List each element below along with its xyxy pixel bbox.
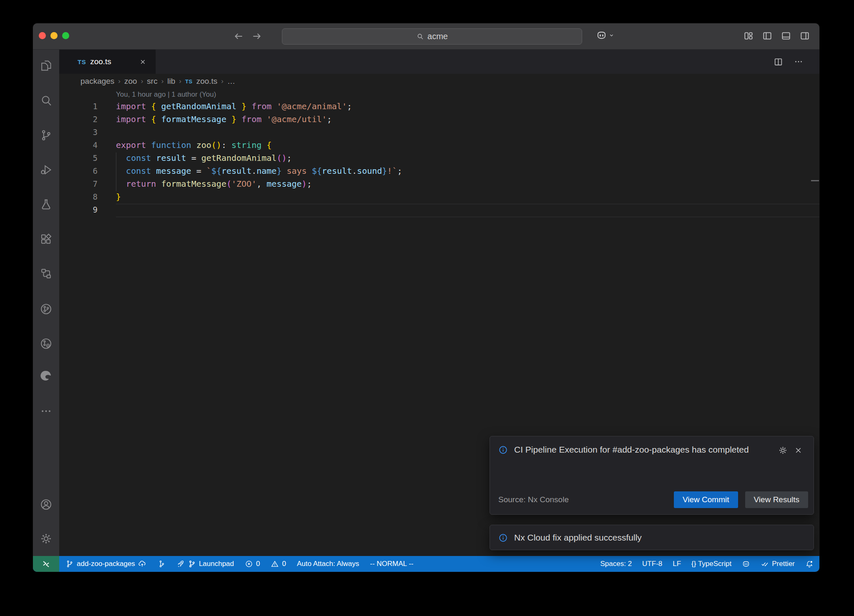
notifications-bell-item[interactable]	[805, 560, 814, 568]
window-minimize-button[interactable]	[50, 32, 58, 39]
copilot-status-item[interactable]	[742, 560, 750, 568]
git-activity-icon[interactable]	[39, 336, 53, 351]
search-value: acme	[427, 32, 448, 41]
line-number: 7	[59, 178, 98, 190]
spaces-item[interactable]: Spaces: 2	[600, 560, 632, 568]
launchpad-item[interactable]: Launchpad	[176, 560, 234, 568]
breadcrumb-item-file[interactable]: zoo.ts	[196, 77, 218, 86]
encoding-item-label: UTF-8	[642, 560, 662, 568]
code-line-6[interactable]: 6 const message = `${result.name} says $…	[59, 165, 819, 178]
breadcrumb-separator: ›	[221, 77, 224, 85]
desktop: acme TS zoo.ts	[0, 0, 854, 616]
view-results-button[interactable]: View Results	[745, 491, 808, 508]
code-line-4[interactable]: 4export function zoo(): string {	[59, 139, 819, 152]
language-item[interactable]: {} TypeScript	[691, 560, 731, 568]
split-editor-icon[interactable]	[773, 57, 784, 67]
source-control-icon[interactable]	[39, 128, 53, 142]
eol-item-label: LF	[673, 560, 681, 568]
tab-label: zoo.ts	[90, 57, 111, 66]
breadcrumb-item-packages[interactable]: packages	[80, 77, 114, 86]
overview-ruler-mark	[811, 180, 819, 181]
search-icon	[416, 33, 424, 40]
eol-item[interactable]: LF	[673, 560, 681, 568]
errors-item[interactable]: 0	[245, 560, 260, 568]
remote-indicator[interactable]	[33, 556, 59, 572]
tab-close-icon[interactable]	[138, 58, 147, 66]
settings-gear-icon[interactable]	[39, 531, 53, 546]
search-icon[interactable]	[39, 93, 53, 108]
copilot-menu-button[interactable]	[596, 30, 615, 41]
vim-mode-item-label: -- NORMAL --	[370, 560, 413, 568]
command-center-search[interactable]: acme	[282, 28, 582, 45]
breadcrumb-separator: ›	[141, 77, 143, 85]
notification-buttons: View Commit View Results	[674, 491, 808, 508]
editor-more-actions-icon[interactable]	[794, 57, 804, 67]
errors-item-label: 0	[256, 560, 260, 568]
breadcrumb-item-zoo[interactable]: zoo	[124, 77, 137, 86]
notification-close-icon[interactable]	[794, 446, 803, 455]
tab-zoo-ts[interactable]: TS zoo.ts	[59, 50, 156, 74]
notification-settings-gear-icon[interactable]	[778, 446, 788, 455]
explorer-icon[interactable]	[39, 58, 53, 73]
git-blame-annotation: You, 1 hour ago | 1 author (You)	[116, 89, 819, 100]
navigate-forward-button[interactable]	[251, 30, 263, 43]
code-line-3[interactable]: 3	[59, 126, 819, 139]
indent-guide	[116, 153, 116, 191]
code-line-7[interactable]: 7 return formatMessage('ZOO', message);	[59, 178, 819, 190]
breadcrumb-item-src[interactable]: src	[147, 77, 157, 86]
view-commit-button[interactable]: View Commit	[674, 491, 738, 508]
window-zoom-button[interactable]	[62, 32, 69, 39]
edge-tools-icon[interactable]	[39, 368, 53, 383]
branch-item[interactable]: add-zoo-packages	[65, 560, 146, 568]
git-graph-icon	[157, 560, 166, 568]
testing-icon[interactable]	[39, 197, 53, 211]
gitlens-icon[interactable]	[39, 302, 53, 316]
line-number: 2	[59, 113, 98, 126]
auto-attach-item[interactable]: Auto Attach: Always	[297, 560, 359, 568]
code-line-1[interactable]: 1import { getRandomAnimal } from '@acme/…	[59, 100, 819, 113]
customize-layout-icon[interactable]	[743, 30, 754, 41]
check-double-icon	[761, 560, 769, 568]
account-icon[interactable]	[39, 497, 53, 511]
extensions-icon[interactable]	[39, 232, 53, 246]
notification-message: Nx Cloud fix applied successfully	[514, 533, 642, 543]
toggle-panel-icon[interactable]	[781, 30, 791, 41]
navigate-back-button[interactable]	[232, 30, 245, 43]
code-line-5[interactable]: 5 const result = getRandomAnimal();	[59, 152, 819, 165]
git-graph-item[interactable]	[157, 560, 166, 568]
error-circle-icon	[245, 560, 253, 568]
info-icon	[498, 533, 508, 543]
copilot-icon	[742, 560, 750, 568]
chevron-down-icon	[608, 32, 615, 38]
auto-attach-item-label: Auto Attach: Always	[297, 560, 359, 568]
info-icon	[498, 445, 508, 455]
line-number: 1	[59, 100, 98, 113]
code-line-8[interactable]: 8}	[59, 190, 819, 203]
run-debug-icon[interactable]	[39, 163, 53, 177]
code-line-2[interactable]: 2import { formatMessage } from '@acme/ut…	[59, 113, 819, 126]
spaces-item-label: Spaces: 2	[600, 560, 632, 568]
vscode-window: acme TS zoo.ts	[33, 23, 820, 572]
notification-toast-ci-pipeline: CI Pipeline Execution for #add-zoo-packa…	[490, 436, 814, 515]
breadcrumb-more[interactable]: …	[227, 77, 235, 86]
prettier-item[interactable]: Prettier	[761, 560, 795, 568]
line-number: 5	[59, 152, 98, 165]
line-number: 3	[59, 126, 98, 139]
breadcrumb-item-lib[interactable]: lib	[167, 77, 175, 86]
language-item-label: {} TypeScript	[691, 560, 731, 568]
references-icon[interactable]	[39, 266, 53, 280]
vim-mode-item[interactable]: -- NORMAL --	[370, 560, 413, 568]
warnings-item-label: 0	[282, 560, 286, 568]
line-number: 9	[59, 203, 98, 216]
remote-icon	[42, 560, 50, 568]
notification-toast-nx-cloud: Nx Cloud fix applied successfully	[490, 525, 814, 550]
more-icon[interactable]	[39, 404, 53, 418]
warnings-item[interactable]: 0	[271, 560, 286, 568]
toggle-sidebar-right-icon[interactable]	[799, 30, 810, 41]
toggle-sidebar-left-icon[interactable]	[762, 30, 773, 41]
title-bar: acme	[33, 23, 819, 50]
status-bar-right: Spaces: 2UTF-8LF{} TypeScriptPrettier	[600, 560, 819, 568]
window-close-button[interactable]	[39, 32, 46, 39]
encoding-item[interactable]: UTF-8	[642, 560, 662, 568]
layout-controls	[743, 30, 810, 41]
